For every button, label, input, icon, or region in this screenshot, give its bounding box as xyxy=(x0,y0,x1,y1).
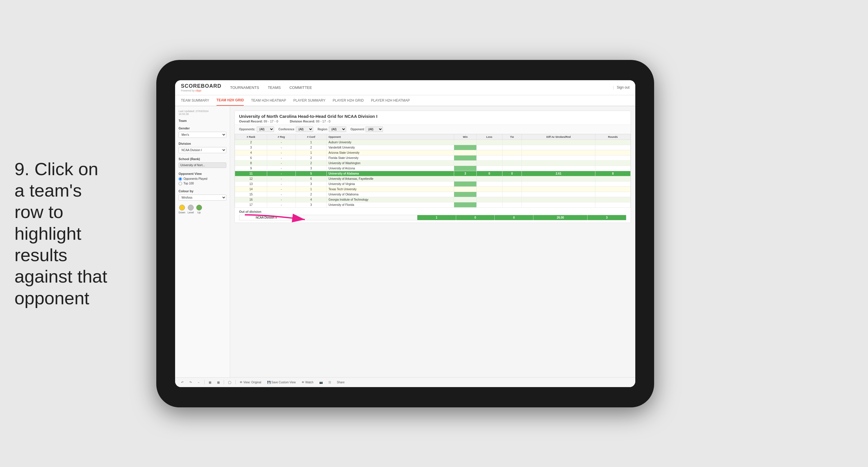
copy-btn[interactable]: ▦ xyxy=(207,380,213,385)
table-cell xyxy=(454,160,476,166)
redo-btn[interactable]: ↷ xyxy=(188,380,193,385)
level-dot xyxy=(188,205,194,210)
table-cell xyxy=(476,155,502,160)
clock-btn[interactable]: ◯ xyxy=(226,380,233,385)
conference-select[interactable]: (All) xyxy=(296,126,313,132)
opponent-select[interactable]: (All) xyxy=(366,126,383,132)
view-btn[interactable]: 👁 View: Original xyxy=(238,380,263,385)
table-cell: 3 xyxy=(235,145,267,150)
up-dot xyxy=(196,205,202,210)
table-cell xyxy=(522,192,595,197)
col-rounds: Rounds xyxy=(595,134,631,140)
nav-separator: | xyxy=(613,85,614,89)
table-cell xyxy=(502,176,522,181)
watch-btn[interactable]: 👁 Watch xyxy=(300,380,315,385)
legend-level: Level xyxy=(188,205,194,214)
table-row[interactable]: 16-4Georgia Institute of Technology xyxy=(235,197,631,202)
bottom-toolbar: ↶ ↷ ← ▦ ▦ ◯ 👁 View: Original 💾 Save Cust… xyxy=(175,377,635,387)
logo-area: SCOREBOARD Powered by clippi xyxy=(181,83,221,92)
down-dot xyxy=(179,205,185,210)
watch-icon: 👁 xyxy=(302,381,305,384)
school-input[interactable]: University of Nort... xyxy=(179,163,226,168)
tab-player-summary[interactable]: PLAYER SUMMARY xyxy=(293,95,326,106)
table-row[interactable]: 4-1Arizona State University xyxy=(235,150,631,155)
table-cell: 6 xyxy=(235,155,267,160)
table-cell xyxy=(522,186,595,192)
table-cell xyxy=(502,166,522,171)
table-row[interactable]: 11-5University of Alabama3002.618 xyxy=(235,171,631,176)
save-icon: 💾 xyxy=(267,381,271,384)
table-row[interactable]: 12-6University of Arkansas, Fayetteville xyxy=(235,176,631,181)
overall-record: Overall Record: 89 - 17 - 0 xyxy=(239,120,278,123)
table-cell: 2 xyxy=(296,192,327,197)
legend-down: Down xyxy=(179,205,185,214)
nav-committee[interactable]: COMMITTEE xyxy=(289,84,312,91)
share-btn[interactable]: Share xyxy=(335,380,346,385)
grid-btn[interactable]: ☷ xyxy=(327,380,333,385)
opponents-select[interactable]: (All) xyxy=(257,126,274,132)
table-cell: - xyxy=(267,155,296,160)
tab-team-h2h-grid[interactable]: TEAM H2H GRID xyxy=(216,95,244,106)
table-row[interactable]: 6-2Florida State University xyxy=(235,155,631,160)
table-cell xyxy=(502,155,522,160)
sign-out-link[interactable]: Sign out xyxy=(617,85,629,89)
table-cell: University of Arizona xyxy=(327,166,454,171)
table-row[interactable]: 8-2University of Washington xyxy=(235,160,631,166)
back-btn[interactable]: ← xyxy=(196,380,202,385)
screenshot-btn[interactable]: 📷 xyxy=(317,380,324,385)
nav-teams[interactable]: TEAMS xyxy=(268,84,281,91)
table-cell xyxy=(502,181,522,186)
table-cell: 2 xyxy=(296,145,327,150)
filter-row: Opponents: (All) Conference (All) xyxy=(235,125,631,134)
colour-legend: Down Level Up xyxy=(179,205,226,214)
tab-team-h2h-heatmap[interactable]: TEAM H2H HEATMAP xyxy=(251,95,286,106)
top-100-option[interactable]: Top 100 xyxy=(179,182,226,185)
nav-tournaments[interactable]: TOURNAMENTS xyxy=(230,84,259,91)
table-cell xyxy=(454,145,476,150)
instruction-body: Click on a team's row to highlight resul… xyxy=(14,159,107,308)
region-label: Region xyxy=(317,128,327,131)
table-cell xyxy=(502,186,522,192)
instruction-text: 9. Click on a team's row to highlight re… xyxy=(14,158,113,309)
tab-player-h2h-grid[interactable]: PLAYER H2H GRID xyxy=(333,95,364,106)
region-select[interactable]: (All) xyxy=(329,126,346,132)
table-row[interactable]: 9-3University of Arizona xyxy=(235,166,631,171)
table-cell: University of Alabama xyxy=(327,171,454,176)
tablet-frame: SCOREBOARD Powered by clippi TOURNAMENTS… xyxy=(156,60,654,407)
table-cell: - xyxy=(267,145,296,150)
gender-select[interactable]: Men's xyxy=(179,132,226,138)
last-updated: Last Updated: 27/03/2024 16:55:38 xyxy=(179,110,226,116)
table-cell xyxy=(454,150,476,155)
undo-btn[interactable]: ↶ xyxy=(180,380,185,385)
table-cell xyxy=(454,155,476,160)
table-row[interactable]: 13-3University of Virginia xyxy=(235,181,631,186)
opponents-played-option[interactable]: Opponents Played xyxy=(179,177,226,181)
ood-bar xyxy=(293,215,417,220)
opponent-view-options: Opponents Played Top 100 xyxy=(179,177,226,185)
table-cell xyxy=(595,145,631,150)
table-cell: 4 xyxy=(235,150,267,155)
table-row[interactable]: 2-1Auburn University xyxy=(235,140,631,145)
nav-links: TOURNAMENTS TEAMS COMMITTEE xyxy=(230,84,613,91)
save-custom-btn[interactable]: 💾 Save Custom View xyxy=(266,380,298,385)
table-row[interactable]: 3-2Vanderbilt University xyxy=(235,145,631,150)
step-number: 9. xyxy=(14,159,30,179)
table-cell xyxy=(595,197,631,202)
tab-team-summary[interactable]: TEAM SUMMARY xyxy=(181,95,209,106)
table-row[interactable]: 14-1Texas Tech University xyxy=(235,186,631,192)
table-cell xyxy=(522,150,595,155)
table-cell xyxy=(595,192,631,197)
division-select[interactable]: NCAA Division I xyxy=(179,147,226,153)
table-cell: 12 xyxy=(235,176,267,181)
colour-by-select[interactable]: Win/loss xyxy=(179,195,226,201)
table-cell: 2 xyxy=(296,160,327,166)
table-cell: - xyxy=(267,171,296,176)
gender-section: Gender Men's xyxy=(179,126,226,138)
paste-btn[interactable]: ▦ xyxy=(215,380,221,385)
table-cell xyxy=(454,202,476,207)
table-row[interactable]: 15-2University of Oklahoma xyxy=(235,192,631,197)
col-conf: # Conf xyxy=(296,134,327,140)
tab-player-h2h-heatmap[interactable]: PLAYER H2H HEATMAP xyxy=(371,95,410,106)
table-cell: 1 xyxy=(296,150,327,155)
table-cell: 2 xyxy=(296,155,327,160)
